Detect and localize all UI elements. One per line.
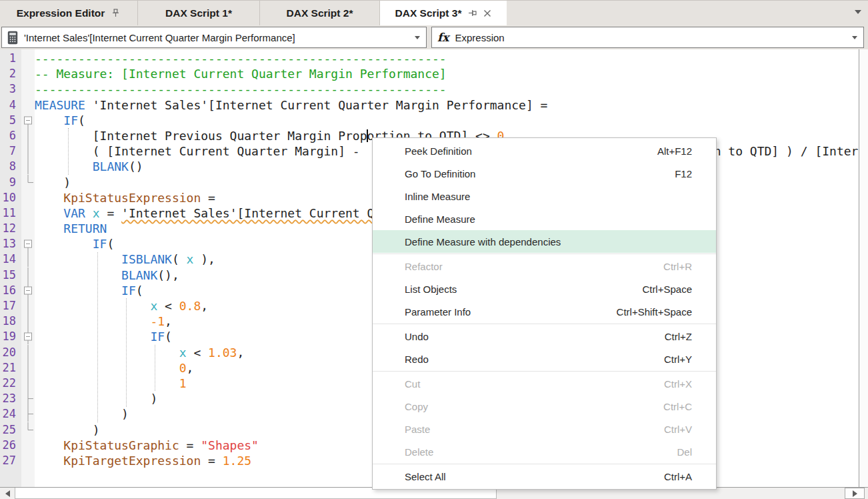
fold-marker bbox=[21, 190, 35, 205]
tab-expression-editor[interactable]: Expression Editor bbox=[0, 1, 138, 25]
fold-marker bbox=[21, 221, 35, 236]
pin-icon[interactable] bbox=[467, 8, 477, 18]
menu-item-label: Parameter Info bbox=[405, 306, 471, 318]
code-line[interactable]: -- Measure: [Internet Current Quarter Ma… bbox=[35, 66, 859, 81]
menu-item-refactor: RefactorCtrl+R bbox=[373, 255, 716, 278]
menu-item-label: Inline Measure bbox=[405, 191, 470, 202]
code-line[interactable]: ----------------------------------------… bbox=[35, 51, 859, 66]
menu-item-label: Copy bbox=[405, 401, 428, 412]
code-line[interactable]: ----------------------------------------… bbox=[35, 81, 859, 97]
fold-marker bbox=[21, 51, 35, 66]
fold-marker bbox=[21, 376, 35, 391]
scroll-right-button[interactable] bbox=[845, 488, 865, 499]
line-number: 24 bbox=[0, 406, 21, 422]
line-number: 4 bbox=[0, 97, 21, 113]
chevron-down-icon[interactable] bbox=[852, 36, 857, 39]
pin-icon[interactable] bbox=[111, 8, 121, 18]
line-number: 5 bbox=[0, 113, 21, 128]
menu-item-list-objects[interactable]: List ObjectsCtrl+Space bbox=[373, 278, 716, 300]
fold-toggle-icon[interactable] bbox=[21, 329, 35, 344]
menu-item-parameter-info[interactable]: Parameter InfoCtrl+Shift+Space bbox=[373, 300, 716, 323]
fold-marker bbox=[21, 391, 35, 406]
code-line[interactable]: MEASURE 'Internet Sales'[Internet Curren… bbox=[35, 97, 859, 113]
menu-item-define-measure-with-dependencies[interactable]: Define Measure with dependencies bbox=[373, 230, 716, 253]
menu-item-shortcut: Ctrl+Shift+Space bbox=[617, 306, 692, 318]
menu-item-shortcut: Ctrl+V bbox=[664, 424, 692, 435]
tab-bar: Expression EditorDAX Script 1*DAX Script… bbox=[0, 1, 868, 25]
measure-selector-combobox[interactable]: 'Internet Sales'[Internet Current Quarte… bbox=[1, 27, 427, 48]
menu-item-undo[interactable]: UndoCtrl+Z bbox=[373, 325, 716, 348]
chevron-down-icon[interactable] bbox=[415, 36, 420, 39]
fold-marker bbox=[21, 97, 35, 113]
line-number-gutter: 1234567891011121314151617181920212223242… bbox=[0, 49, 21, 488]
line-number: 10 bbox=[0, 190, 21, 205]
menu-item-label: Peek Definition bbox=[405, 145, 472, 157]
menu-item-label: Redo bbox=[405, 354, 429, 365]
tab-label: DAX Script 2* bbox=[287, 7, 353, 19]
property-selector-combobox[interactable]: fx Expression bbox=[431, 27, 864, 48]
fold-toggle-icon[interactable] bbox=[21, 113, 35, 128]
arrow-left-icon bbox=[5, 490, 10, 497]
line-number: 27 bbox=[0, 453, 21, 468]
line-number: 17 bbox=[0, 298, 21, 314]
fold-toggle-icon[interactable] bbox=[21, 283, 35, 298]
fold-marker bbox=[21, 66, 35, 81]
fold-marker bbox=[21, 453, 35, 468]
menu-item-shortcut: Ctrl+C bbox=[663, 401, 692, 412]
fold-marker bbox=[21, 205, 35, 221]
menu-item-shortcut: Ctrl+Z bbox=[665, 331, 692, 342]
line-number: 7 bbox=[0, 143, 21, 159]
menu-item-shortcut: Del bbox=[677, 446, 692, 458]
fold-marker bbox=[21, 438, 35, 453]
menu-item-go-to-definition[interactable]: Go To DefinitionF12 bbox=[373, 162, 716, 185]
fold-marker bbox=[21, 360, 35, 376]
menu-item-label: Undo bbox=[405, 331, 429, 342]
menu-separator bbox=[373, 371, 716, 372]
menu-item-select-all[interactable]: Select AllCtrl+A bbox=[373, 465, 716, 488]
fold-marker bbox=[21, 298, 35, 314]
fx-icon: fx bbox=[437, 31, 449, 44]
fold-toggle-icon[interactable] bbox=[21, 236, 35, 252]
calculator-icon bbox=[7, 31, 18, 45]
fold-marker bbox=[21, 81, 35, 97]
menu-item-inline-measure[interactable]: Inline Measure bbox=[373, 185, 716, 207]
menu-item-shortcut: Ctrl+R bbox=[663, 261, 692, 272]
context-menu: Peek DefinitionAlt+F12Go To DefinitionF1… bbox=[372, 137, 717, 490]
line-number: 2 bbox=[0, 66, 21, 81]
vertical-scrollbar[interactable] bbox=[859, 49, 868, 488]
menu-item-redo[interactable]: RedoCtrl+Y bbox=[373, 348, 716, 370]
fold-marker bbox=[21, 422, 35, 438]
menu-item-label: Define Measure with dependencies bbox=[405, 236, 561, 247]
line-number: 1 bbox=[0, 51, 21, 66]
menu-item-shortcut: Ctrl+Space bbox=[642, 284, 692, 295]
menu-item-peek-definition[interactable]: Peek DefinitionAlt+F12 bbox=[373, 139, 716, 162]
line-number: 8 bbox=[0, 159, 21, 174]
line-number: 16 bbox=[0, 283, 21, 298]
line-number: 20 bbox=[0, 345, 21, 360]
scroll-left-button[interactable] bbox=[0, 488, 15, 499]
menu-item-label: Define Measure bbox=[405, 213, 475, 225]
menu-separator bbox=[373, 464, 716, 464]
tab-dax-script-3[interactable]: DAX Script 3* bbox=[380, 1, 507, 25]
line-number: 25 bbox=[0, 422, 21, 438]
fold-marker bbox=[21, 159, 35, 174]
menu-item-label: Paste bbox=[405, 424, 430, 435]
tab-dax-script-1[interactable]: DAX Script 1* bbox=[138, 1, 260, 25]
line-number: 23 bbox=[0, 391, 21, 406]
line-number: 19 bbox=[0, 329, 21, 344]
menu-item-label: List Objects bbox=[405, 284, 457, 295]
menu-item-cut: CutCtrl+X bbox=[373, 372, 716, 395]
menu-item-delete: DeleteDel bbox=[373, 440, 716, 463]
menu-item-label: Select All bbox=[405, 471, 446, 482]
tab-label: DAX Script 3* bbox=[395, 7, 462, 19]
toolbar: 'Internet Sales'[Internet Current Quarte… bbox=[0, 25, 868, 49]
tab-dax-script-2[interactable]: DAX Script 2* bbox=[260, 1, 380, 25]
line-number: 22 bbox=[0, 376, 21, 391]
menu-item-define-measure[interactable]: Define Measure bbox=[373, 207, 716, 230]
tab-list-dropdown-icon[interactable] bbox=[855, 10, 861, 14]
menu-item-paste: PasteCtrl+V bbox=[373, 418, 716, 440]
fold-gutter bbox=[21, 49, 35, 488]
close-icon[interactable] bbox=[483, 9, 491, 17]
fold-marker bbox=[21, 268, 35, 283]
code-line[interactable]: IF( bbox=[35, 113, 859, 128]
